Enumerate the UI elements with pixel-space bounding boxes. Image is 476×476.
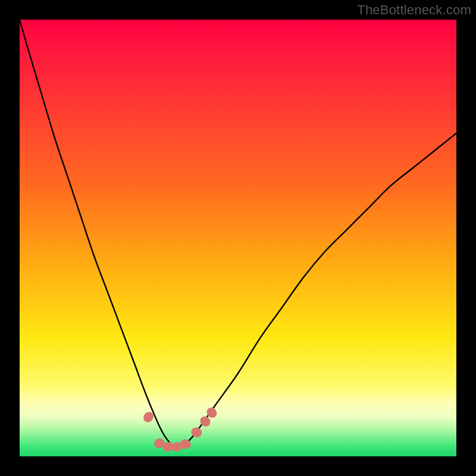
marker-dot	[190, 425, 203, 439]
watermark-text: TheBottleneck.com	[357, 2, 471, 18]
chart-container: TheBottleneck.com	[0, 0, 476, 476]
bottom-points	[142, 406, 219, 453]
marker-dot	[142, 410, 155, 424]
plot-area	[20, 20, 456, 456]
marker-layer	[20, 20, 456, 456]
